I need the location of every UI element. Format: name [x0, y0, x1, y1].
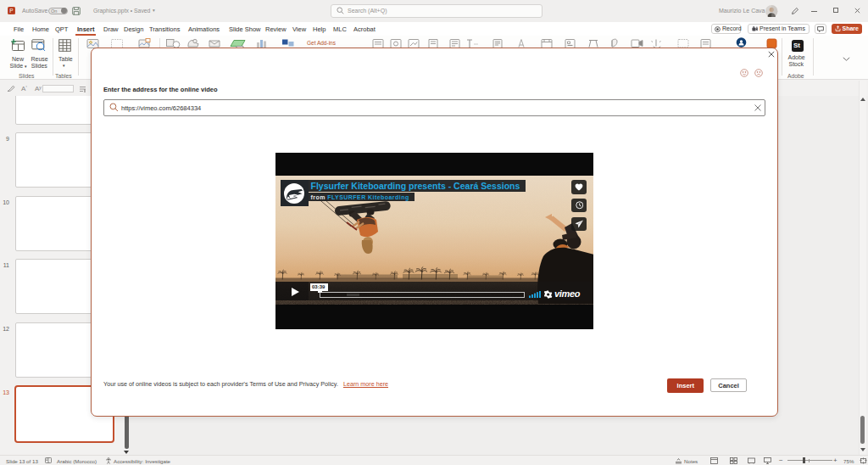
svg-text:P: P	[9, 8, 13, 14]
svg-text:Get Add-ins: Get Add-ins	[307, 40, 337, 46]
